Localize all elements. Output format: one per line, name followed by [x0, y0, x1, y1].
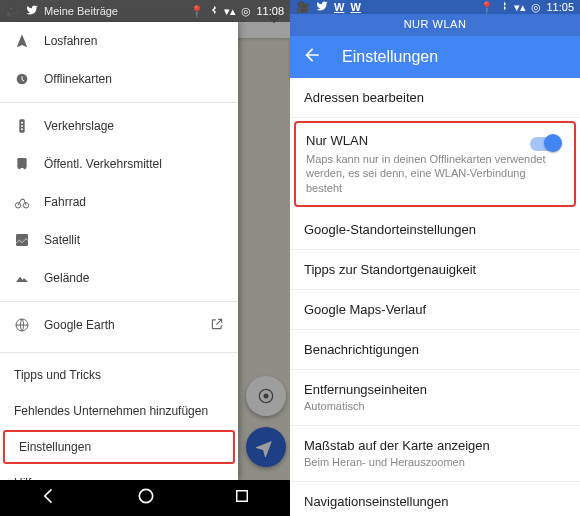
- location-icon: 📍: [480, 1, 494, 14]
- setting-distance-units[interactable]: Entfernungseinheiten Automatisch: [290, 370, 580, 426]
- wifi-banner: NUR WLAN: [290, 14, 580, 36]
- svg-point-6: [21, 128, 23, 130]
- drawer-label: Offlinekarten: [44, 72, 112, 86]
- drawer-item-transit[interactable]: Öffentl. Verkehrsmittel: [0, 145, 238, 183]
- drawer-label: Öffentl. Verkehrsmittel: [44, 157, 162, 171]
- svg-point-8: [18, 167, 21, 170]
- setting-location[interactable]: Google-Standorteinstellungen: [290, 210, 580, 250]
- navigation-drawer: Losfahren Offlinekarten Verkehrslage Öff…: [0, 22, 238, 480]
- drawer-item-bike[interactable]: Fahrrad: [0, 183, 238, 221]
- setting-notifications[interactable]: Benachrichtigungen: [290, 330, 580, 370]
- settings-list: Adressen bearbeiten Nur WLAN Maps kann n…: [290, 78, 580, 516]
- earth-icon: [14, 317, 44, 333]
- drawer-label: Verkehrslage: [44, 119, 114, 133]
- open-external-icon: [210, 317, 224, 334]
- appbar-title: Einstellungen: [342, 48, 438, 66]
- setting-navigation[interactable]: Navigationseinstellungen: [290, 482, 580, 516]
- divider: [0, 352, 238, 353]
- terrain-icon: [14, 270, 44, 286]
- offline-maps-link[interactable]: deinen Offlinekarten: [393, 153, 491, 165]
- left-screenshot: 🎥 Meine Beiträge 📍 ▾▴ ◎ 11:08: [0, 0, 290, 516]
- svg-rect-15: [237, 491, 248, 502]
- drawer-label: Satellit: [44, 233, 80, 247]
- twitter-icon: [26, 4, 38, 18]
- svg-rect-7: [17, 158, 26, 168]
- drawer-add-business[interactable]: Fehlendes Unternehmen hinzufügen: [0, 393, 238, 429]
- status-bar-right: 🎥 W W 📍 ▾▴ ◎ 11:05: [290, 0, 580, 14]
- setting-accuracy-tips[interactable]: Tipps zur Standortgenauigkeit: [290, 250, 580, 290]
- drawer-item-traffic[interactable]: Verkehrslage: [0, 107, 238, 145]
- back-button[interactable]: [39, 486, 59, 510]
- right-screenshot: 🎥 W W 📍 ▾▴ ◎ 11:05 NUR WLAN Einstellunge…: [290, 0, 580, 516]
- svg-point-4: [21, 122, 23, 124]
- transit-icon: [14, 156, 44, 172]
- satellite-icon: [14, 232, 44, 248]
- app-bar: Einstellungen: [290, 36, 580, 78]
- clock: 11:05: [546, 1, 574, 13]
- drawer-label: Fahrrad: [44, 195, 86, 209]
- back-arrow-icon[interactable]: [302, 45, 322, 69]
- setting-title: Nur WLAN: [306, 133, 564, 148]
- setting-wifi-only[interactable]: Nur WLAN Maps kann nur in deinen Offline…: [294, 121, 576, 207]
- home-button[interactable]: [136, 486, 156, 510]
- android-nav-bar: [0, 480, 290, 516]
- setting-subtitle: Maps kann nur in deinen Offlinekarten ve…: [306, 152, 564, 195]
- drawer-label: Gelände: [44, 271, 89, 285]
- svg-point-11: [23, 203, 28, 208]
- setting-subtitle: Automatisch: [304, 399, 566, 413]
- setting-edit-addresses[interactable]: Adressen bearbeiten: [290, 78, 580, 118]
- drawer-item-losfahren[interactable]: Losfahren: [0, 22, 238, 60]
- traffic-icon: [14, 118, 44, 134]
- drawer-label: Losfahren: [44, 34, 97, 48]
- target-icon: ◎: [531, 1, 541, 14]
- setting-history[interactable]: Google Maps-Verlauf: [290, 290, 580, 330]
- location-icon: 📍: [190, 5, 204, 18]
- svg-point-14: [139, 489, 152, 502]
- bluetooth-icon: [209, 5, 219, 17]
- wifi-toggle[interactable]: [530, 137, 560, 151]
- recents-button[interactable]: [233, 487, 251, 509]
- clock: 11:08: [256, 5, 284, 17]
- svg-point-9: [23, 167, 26, 170]
- drawer-tips[interactable]: Tipps und Tricks: [0, 357, 238, 393]
- offline-icon: [14, 71, 44, 87]
- drawer-item-earth[interactable]: Google Earth: [0, 306, 238, 344]
- navigate-icon: [14, 33, 44, 49]
- drawer-settings[interactable]: Einstellungen: [3, 430, 235, 464]
- drawer-label: Google Earth: [44, 318, 115, 332]
- drawer-item-offlinekarten[interactable]: Offlinekarten: [0, 60, 238, 98]
- map-content: Losfahren Offlinekarten Verkehrslage Öff…: [0, 0, 290, 480]
- bluetooth-icon: [499, 1, 509, 13]
- svg-point-5: [21, 125, 23, 127]
- divider: [0, 102, 238, 103]
- divider: [0, 301, 238, 302]
- drawer-help[interactable]: Hilfe: [0, 465, 238, 480]
- setting-scale[interactable]: Maßstab auf der Karte anzeigen Beim Hera…: [290, 426, 580, 482]
- status-bar-left: 🎥 Meine Beiträge 📍 ▾▴ ◎ 11:08: [0, 0, 290, 22]
- bike-icon: [14, 194, 44, 210]
- twitter-icon: [316, 0, 328, 14]
- setting-subtitle: Beim Heran- und Herauszoomen: [304, 455, 566, 469]
- drawer-item-terrain[interactable]: Gelände: [0, 259, 238, 297]
- svg-rect-12: [16, 234, 28, 246]
- status-title: Meine Beiträge: [44, 5, 118, 17]
- drawer-item-satellite[interactable]: Satellit: [0, 221, 238, 259]
- target-icon: ◎: [241, 5, 251, 18]
- svg-point-10: [15, 203, 20, 208]
